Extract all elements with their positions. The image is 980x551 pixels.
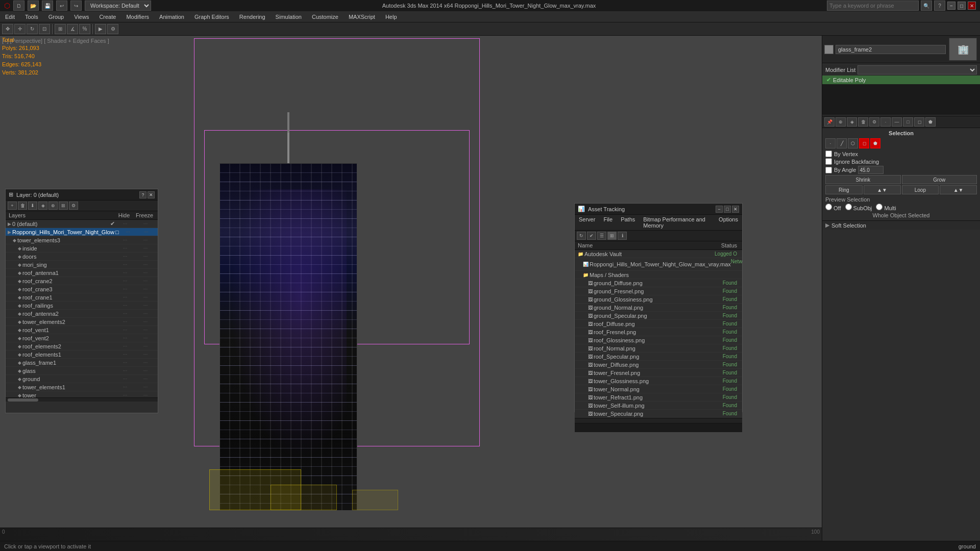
- layer-item[interactable]: ◆ tower_elements3 ··· ···: [6, 236, 158, 244]
- asset-search-bar[interactable]: [575, 423, 742, 432]
- layer-item[interactable]: ◆ roof_crane1 ··· ···: [6, 293, 158, 302]
- asset-menu-server[interactable]: Server: [575, 216, 599, 229]
- move-btn[interactable]: ✛: [14, 24, 26, 34]
- asset-list-item[interactable]: 📁 Autodesk Vault Logged O: [575, 250, 742, 258]
- layer-item[interactable]: ◆ tower_elements2 ··· ···: [6, 318, 158, 326]
- soft-selection-header[interactable]: ▶ Soft Selection: [822, 220, 980, 230]
- by-vertex-checkbox[interactable]: [825, 151, 832, 157]
- menu-help[interactable]: Help: [380, 11, 402, 22]
- subobj-radio-label[interactable]: SubObj: [845, 204, 872, 211]
- angle-value[interactable]: [858, 166, 884, 174]
- show-end-result-btn[interactable]: ⊕: [836, 117, 846, 127]
- select-btn[interactable]: ✥: [2, 24, 13, 34]
- asset-list-item[interactable]: 🖼 ground_Fresnel.png Found: [575, 287, 742, 295]
- asset-menu-paths[interactable]: Paths: [617, 216, 639, 229]
- object-name-input[interactable]: [836, 45, 946, 54]
- scale-btn[interactable]: ⊡: [39, 24, 50, 34]
- snap-toggle[interactable]: ⊞: [55, 24, 66, 34]
- layers-help-btn[interactable]: ?: [139, 191, 146, 198]
- layer-item[interactable]: ◆ roof_antenna2 ··· ···: [6, 310, 158, 318]
- rotate-btn[interactable]: ↻: [27, 24, 38, 34]
- layer-item[interactable]: ◆ roof_crane3 ··· ···: [6, 285, 158, 293]
- edge-icon[interactable]: —: [892, 117, 902, 127]
- asset-list-item[interactable]: 🖼 roof_Glossiness.png Found: [575, 336, 742, 344]
- border-sel-btn[interactable]: ⬡: [848, 138, 858, 148]
- close-btn[interactable]: ✕: [968, 2, 976, 10]
- border-icon[interactable]: □: [903, 117, 913, 127]
- asset-list-item[interactable]: 🖼 tower_Diffuse.png Found: [575, 361, 742, 369]
- asset-list-item[interactable]: 📊 Roppongi_Hills_Mori_Tower_Night_Glow_m…: [575, 258, 742, 271]
- open-btn[interactable]: 📂: [28, 1, 39, 11]
- menu-group[interactable]: Group: [43, 11, 69, 22]
- asset-refresh-btn[interactable]: ↻: [577, 232, 586, 240]
- menu-rendering[interactable]: Rendering: [234, 11, 271, 22]
- layers-merge-btn[interactable]: ⊞: [59, 202, 68, 210]
- layer-item[interactable]: ◆ roof_vent2 ··· ···: [6, 334, 158, 342]
- layers-highlight-btn[interactable]: ⊕: [48, 202, 58, 210]
- poly-sel-btn[interactable]: ◻: [859, 138, 869, 148]
- asset-list-item[interactable]: 📁 Maps / Shaders: [575, 271, 742, 279]
- timeline-track[interactable]: 0 100: [0, 528, 822, 541]
- multi-radio[interactable]: [876, 204, 883, 210]
- menu-edit[interactable]: Edit: [0, 11, 20, 22]
- menu-animation[interactable]: Animation: [154, 11, 189, 22]
- asset-list-item[interactable]: 🖼 roof_Normal.png Found: [575, 344, 742, 353]
- subobj-radio[interactable]: [845, 204, 852, 210]
- asset-list-item[interactable]: 🖼 roof_Fresnel.png Found: [575, 328, 742, 336]
- vertex-sel-btn[interactable]: ·: [825, 138, 836, 148]
- asset-close-btn[interactable]: ✕: [732, 206, 739, 213]
- ignore-backfacing-checkbox[interactable]: [825, 158, 832, 165]
- layers-scroll-thumb[interactable]: [8, 398, 38, 402]
- editable-poly-modifier[interactable]: ✔ Editable Poly: [822, 76, 980, 84]
- search-input[interactable]: [827, 1, 919, 11]
- layer-item[interactable]: ◆ glass ··· ···: [6, 367, 158, 375]
- maximize-btn[interactable]: □: [958, 2, 966, 10]
- menu-customize[interactable]: Customize: [307, 11, 344, 22]
- asset-list-item[interactable]: 🖼 roof_Specular.png Found: [575, 353, 742, 361]
- loop-btn[interactable]: Loop: [902, 185, 939, 194]
- layer-item[interactable]: ◆ glass_frame1 ··· ···: [6, 359, 158, 367]
- menu-maxscript[interactable]: MAXScript: [344, 11, 380, 22]
- element-sel-btn[interactable]: ⬟: [870, 138, 880, 148]
- asset-list-item[interactable]: 🖼 tower_Glossiness.png Found: [575, 377, 742, 385]
- object-color-swatch[interactable]: [824, 45, 834, 54]
- search-icon[interactable]: 🔍: [921, 1, 932, 11]
- asset-list-item[interactable]: 🖼 tower_Fresnel.png Found: [575, 369, 742, 377]
- layers-select-btn[interactable]: ◈: [38, 202, 47, 210]
- layer-item[interactable]: ◆ ground ··· ···: [6, 375, 158, 383]
- by-angle-checkbox[interactable]: [825, 167, 832, 173]
- off-radio[interactable]: [825, 204, 832, 210]
- layers-new-btn[interactable]: +: [8, 202, 17, 210]
- poly-icon[interactable]: ◻: [914, 117, 924, 127]
- layer-item[interactable]: ◆ roof_elements1 ··· ···: [6, 350, 158, 359]
- layer-item[interactable]: ◆ roof_antenna1 ··· ···: [6, 269, 158, 277]
- layer-item[interactable]: ◆ roof_elements2 ··· ···: [6, 342, 158, 350]
- menu-tools[interactable]: Tools: [20, 11, 43, 22]
- remove-modifier-btn[interactable]: 🗑: [858, 117, 868, 127]
- vertex-icon[interactable]: ·: [880, 117, 891, 127]
- asset-resolve-btn[interactable]: ✔: [587, 232, 596, 240]
- undo-btn[interactable]: ↩: [56, 1, 67, 11]
- layer-item[interactable]: ◆ mori_sing ··· ···: [6, 261, 158, 269]
- shrink-btn[interactable]: Shrink: [825, 175, 901, 184]
- asset-list-item[interactable]: 🖼 ground_Glossiness.png Found: [575, 295, 742, 304]
- menu-simulation[interactable]: Simulation: [271, 11, 307, 22]
- layers-scrollbar[interactable]: [6, 397, 158, 402]
- angle-snap[interactable]: ∡: [67, 24, 78, 34]
- render-btn[interactable]: ▶: [95, 24, 106, 34]
- pin-stack-btn[interactable]: 📌: [824, 117, 835, 127]
- asset-list-item[interactable]: 🖼 tower_Specular.png Found: [575, 410, 742, 418]
- redo-btn[interactable]: ↪: [70, 1, 82, 11]
- layer-item[interactable]: ◆ roof_railings ··· ···: [6, 302, 158, 310]
- minimize-btn[interactable]: −: [947, 2, 955, 10]
- off-radio-label[interactable]: Off: [825, 204, 841, 211]
- layers-settings-btn[interactable]: ⚙: [69, 202, 78, 210]
- ring-spinner-btn[interactable]: ▲▼: [864, 185, 901, 194]
- percent-snap[interactable]: %: [79, 24, 90, 34]
- menu-create[interactable]: Create: [94, 11, 121, 22]
- asset-minimize-btn[interactable]: −: [716, 206, 723, 213]
- save-btn[interactable]: 💾: [42, 1, 53, 11]
- asset-list-view-btn[interactable]: ☰: [597, 232, 606, 240]
- asset-restore-btn[interactable]: □: [724, 206, 731, 213]
- asset-scrollbar-h[interactable]: [575, 418, 742, 423]
